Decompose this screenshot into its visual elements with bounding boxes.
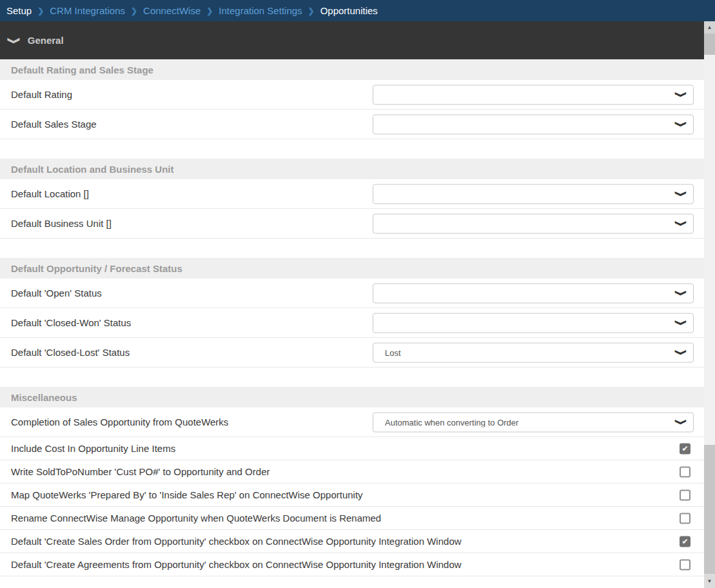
check-icon: ✔ [681,445,688,453]
general-panel-title: General [28,35,64,46]
general-panel-header[interactable]: ❯ General [0,21,704,59]
setting-row: Default Location []❯ [0,179,704,209]
setting-label: Default Sales Stage [0,119,97,130]
setting-label: Write SoldToPoNumber 'Cust PO#' to Oppor… [0,466,269,477]
setting-label: Rename ConnectWise Manage Opportunity wh… [0,513,381,524]
settings-section: Default Location and Business UnitDefaul… [0,159,704,239]
setting-row: Default 'Closed-Won' Status❯ [0,308,704,338]
setting-dropdown[interactable]: Lost❯ [373,342,694,362]
breadcrumb: Setup❯CRM Integrations❯ConnectWise❯Integ… [0,0,715,21]
settings-page: Setup❯CRM Integrations❯ConnectWise❯Integ… [0,0,715,588]
chevron-down-icon: ❯ [675,289,688,296]
scroll-up-icon: ▲ [707,24,712,30]
breadcrumb-item[interactable]: Setup [6,5,32,16]
setting-row: Default Sales Stage❯ [0,110,704,139]
setting-checkbox[interactable] [680,559,691,570]
dropdown-selected-value: Automatic when converting to Order [385,417,678,427]
setting-label: Default Business Unit [] [0,218,112,229]
chevron-down-icon: ❯ [675,220,688,226]
setting-row: Default 'Open' Status❯ [0,279,704,308]
setting-label: Include Cost In Opportunity Line Items [0,443,175,454]
settings-section: Default Rating and Sales StageDefault Ra… [0,59,704,139]
chevron-down-icon: ❯ [675,190,688,197]
setting-dropdown[interactable]: ❯ [373,313,694,333]
setting-row: Default 'Closed-Lost' StatusLost❯ [0,338,704,368]
setting-dropdown[interactable]: Automatic when converting to Order❯ [373,412,694,432]
breadcrumb-item[interactable]: ConnectWise [143,5,201,16]
setting-row: Default Rating❯ [0,80,704,110]
chevron-down-icon: ❯ [8,37,21,44]
setting-checkbox[interactable]: ✔ [680,443,691,454]
chevron-down-icon: ❯ [675,349,688,355]
setting-dropdown[interactable]: ❯ [373,84,694,104]
settings-panel-body: Default Rating and Sales StageDefault Ra… [0,59,704,576]
breadcrumb-separator: ❯ [308,6,315,15]
setting-row: Rename ConnectWise Manage Opportunity wh… [0,507,704,530]
chevron-down-icon: ❯ [675,91,688,97]
setting-label: Default 'Closed-Won' Status [0,317,131,328]
setting-row: Completion of Sales Opportunity from Quo… [0,407,704,437]
setting-label: Default 'Open' Status [0,288,102,299]
breadcrumb-item[interactable]: Opportunities [320,5,378,16]
setting-checkbox[interactable] [680,489,691,500]
breadcrumb-item[interactable]: Integration Settings [219,5,302,16]
vertical-scrollbar[interactable]: ▲ ▼ [704,21,715,588]
setting-dropdown[interactable]: ❯ [373,213,694,233]
setting-row: Map QuoteWerks 'Prepared By' to 'Inside … [0,484,704,507]
setting-row: Default 'Create Sales Order from Opportu… [0,530,704,553]
chevron-down-icon: ❯ [675,319,688,326]
scroll-down-icon: ▼ [707,578,712,584]
section-title: Default Location and Business Unit [0,159,704,179]
breadcrumb-item[interactable]: CRM Integrations [50,5,125,16]
setting-row: Default Business Unit []❯ [0,209,704,239]
setting-checkbox[interactable] [680,466,691,477]
settings-section: Default Opportunity / Forecast StatusDef… [0,258,704,368]
scrollbar-up-button[interactable]: ▲ [704,21,715,34]
setting-label: Default 'Create Sales Order from Opportu… [0,536,462,547]
scrollbar-thumb[interactable] [704,34,715,55]
section-title: Default Opportunity / Forecast Status [0,258,704,279]
setting-label: Default Rating [0,89,72,100]
setting-dropdown[interactable]: ❯ [373,283,694,303]
settings-panel: ❯ General Default Rating and Sales Stage… [0,21,704,588]
setting-label: Completion of Sales Opportunity from Quo… [0,416,228,427]
setting-dropdown[interactable]: ❯ [373,184,694,204]
dropdown-selected-value: Lost [385,348,678,357]
chevron-down-icon: ❯ [675,121,688,127]
breadcrumb-separator: ❯ [37,6,44,15]
setting-row: Include Cost In Opportunity Line Items✔ [0,437,704,460]
setting-checkbox[interactable]: ✔ [680,536,691,547]
settings-section: MiscellaneousCompletion of Sales Opportu… [0,387,704,576]
setting-dropdown[interactable]: ❯ [373,114,694,134]
setting-label: Default 'Create Agreements from Opportun… [0,559,462,570]
setting-label: Default 'Closed-Lost' Status [0,347,130,358]
setting-label: Map QuoteWerks 'Prepared By' to 'Inside … [0,489,363,500]
setting-row: Default 'Create Agreements from Opportun… [0,553,704,576]
section-title: Default Rating and Sales Stage [0,59,704,80]
setting-label: Default Location [] [0,188,89,199]
scrollbar-down-button[interactable]: ▼ [704,574,715,588]
scrollbar-lower-track[interactable] [704,445,715,574]
setting-row: Write SoldToPoNumber 'Cust PO#' to Oppor… [0,460,704,484]
check-icon: ✔ [681,538,688,545]
setting-checkbox[interactable] [680,513,691,524]
section-title: Miscellaneous [0,387,704,407]
breadcrumb-separator: ❯ [206,6,213,15]
breadcrumb-separator: ❯ [131,6,137,15]
chevron-down-icon: ❯ [675,418,688,425]
